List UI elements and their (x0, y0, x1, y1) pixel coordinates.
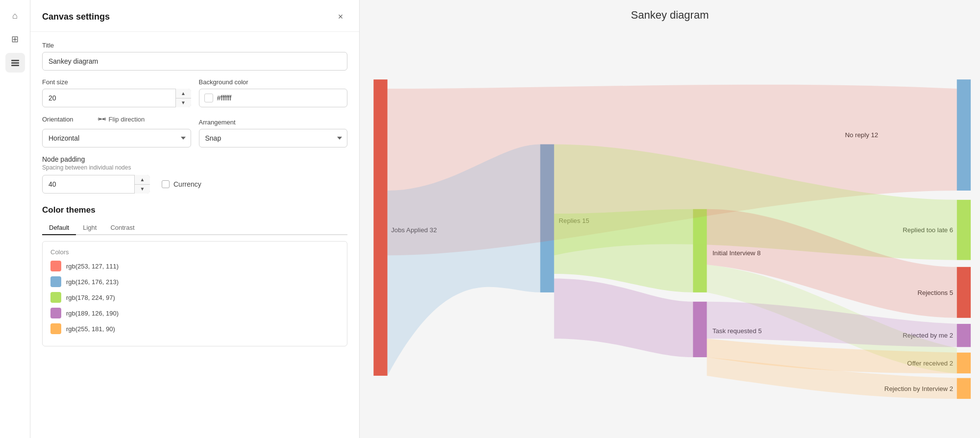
node-reject5 (957, 267, 971, 318)
node-late (957, 200, 971, 260)
node-noreply (957, 79, 971, 191)
node-offer (957, 353, 971, 374)
settings-body: Title Font size ▲ ▼ Background color (30, 32, 359, 356)
settings-panel: Canvas settings × Title Font size ▲ ▼ (30, 0, 360, 438)
colors-box: Colors rgb(253, 127, 111) rgb(126, 176, … (42, 241, 347, 346)
svg-point-3 (99, 118, 101, 120)
tab-contrast[interactable]: Contrast (103, 221, 141, 235)
diagram-container: Jobs Applied 32 Replies 15 Initial Inter… (360, 26, 980, 438)
node-padding-down[interactable]: ▼ (135, 185, 150, 194)
node-padding-wrap: ▲ ▼ (42, 175, 150, 194)
bg-color-col: Background color (199, 78, 348, 107)
diagram-title: Sankey diagram (360, 0, 980, 26)
color-dot-2 (50, 276, 61, 287)
orientation-col: Orientation Flip direction Horizontal (42, 115, 191, 147)
font-size-col: Font size ▲ ▼ (42, 78, 191, 107)
title-label: Title (42, 42, 347, 49)
sidebar: ⌂ ⊞ (0, 0, 30, 438)
currency-label: Currency (173, 180, 201, 188)
node-padding-spinner-wrap: ▲ ▼ (42, 175, 150, 194)
arrangement-col: Arrangement Snap Free (199, 119, 348, 147)
node-padding-input[interactable] (42, 175, 150, 194)
node-rejint (957, 378, 971, 399)
theme-tabs: Default Light Contrast (42, 221, 347, 235)
color-value-3: rgb(178, 224, 97) (66, 294, 115, 301)
bg-color-wrap[interactable] (199, 89, 348, 107)
color-dot-5 (50, 323, 61, 334)
bg-color-label: Background color (199, 78, 348, 86)
color-dot-1 (50, 261, 61, 271)
svg-rect-1 (11, 62, 19, 64)
orientation-label: Orientation (42, 116, 74, 123)
settings-title: Canvas settings (42, 12, 110, 22)
color-row-3: rgb(178, 224, 97) (50, 292, 339, 303)
node-padding-spinners: ▲ ▼ (134, 175, 150, 194)
close-button[interactable]: × (334, 10, 347, 24)
tab-light[interactable]: Light (76, 221, 103, 235)
node-padding-hint: Spacing between individual nodes (42, 164, 347, 171)
font-size-input[interactable] (42, 89, 191, 107)
sidebar-icon-layers[interactable] (5, 53, 25, 73)
node-jobs (373, 79, 387, 376)
flip-direction-label: Flip direction (109, 116, 145, 123)
svg-rect-2 (11, 65, 19, 66)
main-area: Sankey diagram Jobs Applied 32 Replies 1… (360, 0, 980, 438)
color-value-2: rgb(126, 176, 213) (66, 278, 119, 286)
font-size-wrap: ▲ ▼ (42, 89, 191, 107)
tab-default[interactable]: Default (42, 221, 76, 235)
orientation-row: Orientation Flip direction Horizontal (42, 115, 347, 147)
node-padding-section: Node padding Spacing between individual … (42, 155, 347, 194)
orientation-select[interactable]: Horizontal Vertical (42, 129, 191, 147)
flip-icon (98, 115, 106, 123)
title-field-section: Title (42, 42, 347, 71)
node-padding-label: Node padding (42, 155, 347, 163)
color-value-1: rgb(253, 127, 111) (66, 263, 119, 270)
node-padding-row: ▲ ▼ Currency (42, 175, 347, 194)
color-value-5: rgb(255, 181, 90) (66, 325, 115, 333)
bg-color-input[interactable] (217, 94, 343, 102)
color-dot-4 (50, 308, 61, 318)
svg-rect-0 (11, 60, 19, 61)
color-row-5: rgb(255, 181, 90) (50, 323, 339, 334)
color-row-4: rgb(189, 126, 190) (50, 308, 339, 318)
color-value-4: rgb(189, 126, 190) (66, 310, 119, 317)
title-input[interactable] (42, 52, 347, 71)
color-row-1: rgb(253, 127, 111) (50, 261, 339, 271)
node-padding-up[interactable]: ▲ (135, 175, 150, 185)
currency-wrap: Currency (162, 180, 201, 188)
colors-box-title: Colors (50, 248, 339, 256)
currency-checkbox[interactable] (162, 180, 170, 188)
color-dot-3 (50, 292, 61, 303)
font-size-spinners: ▲ ▼ (175, 89, 191, 107)
font-bg-row: Font size ▲ ▼ Background color (42, 78, 347, 107)
arrangement-select[interactable]: Snap Free (199, 129, 348, 147)
color-themes-title: Color themes (42, 205, 347, 215)
arrangement-label: Arrangement (199, 119, 348, 126)
sankey-svg: Jobs Applied 32 Replies 15 Initial Inter… (360, 26, 980, 438)
bg-color-swatch (204, 94, 213, 102)
node-rejme (957, 324, 971, 347)
node-task (693, 302, 707, 357)
flip-direction-button[interactable]: Flip direction (98, 115, 145, 123)
sidebar-icon-home[interactable]: ⌂ (5, 6, 25, 25)
font-size-down[interactable]: ▼ (176, 98, 191, 108)
font-size-label: Font size (42, 78, 191, 86)
color-row-2: rgb(126, 176, 213) (50, 276, 339, 287)
settings-header: Canvas settings × (30, 0, 359, 32)
font-size-up[interactable]: ▲ (176, 89, 191, 98)
svg-point-4 (103, 118, 105, 120)
color-themes-section: Color themes Default Light Contrast Colo… (42, 205, 347, 346)
sidebar-icon-grid[interactable]: ⊞ (5, 29, 25, 49)
